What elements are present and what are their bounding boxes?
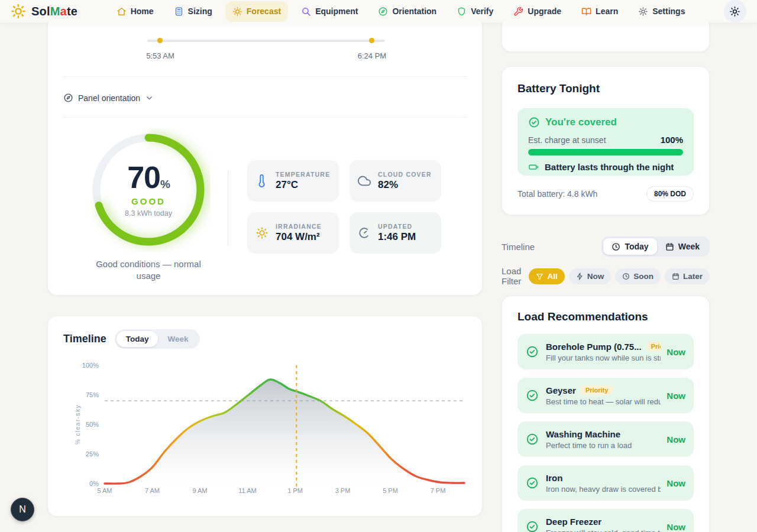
nav-item-orientation[interactable]: Orientation [371, 1, 444, 22]
priority-badge: Priority [646, 342, 661, 351]
nav-label: Settings [652, 7, 685, 16]
y-tick: 25% [86, 450, 99, 458]
check-circle-icon [526, 345, 539, 358]
panel-orientation-label: Panel orientation [78, 93, 140, 103]
stat-label: IRRADIANCE [276, 223, 322, 230]
calendar-icon [672, 273, 680, 280]
timeline-card: Timeline Today Week % clear-sky 100% [47, 316, 483, 517]
chevron-down-icon [145, 93, 154, 102]
load-filter-row: Load Filter All Now Soon Later [502, 267, 710, 286]
stat-value: 82% [378, 179, 432, 191]
gauge-center: 70% GOOD 8.3 kWh today [86, 128, 211, 252]
nav-item-forecast[interactable]: Forecast [225, 1, 288, 22]
stat-temperature: TEMPERATURE27°C [247, 160, 339, 202]
x-tick: 5 PM [383, 487, 398, 494]
check-circle-icon [528, 116, 540, 128]
panel-orientation-toggle[interactable]: Panel orientation [63, 93, 154, 103]
clear-sky-chart: % clear-sky 100% 75% 50% 25% 0% 5 AM 7 A… [62, 355, 469, 504]
tab-week[interactable]: Week [657, 238, 708, 255]
check-circle-icon [526, 433, 539, 446]
battery-note: Battery lasts through the night [545, 162, 674, 172]
gauge-icon [358, 226, 371, 239]
nav-item-sizing[interactable]: Sizing [167, 1, 219, 22]
chart-y-axis-title: % clear-sky [75, 404, 81, 445]
calendar-icon [665, 242, 674, 251]
nav-item-learn[interactable]: Learn [574, 1, 625, 22]
filter-all[interactable]: All [529, 268, 564, 284]
x-tick: 5 AM [97, 487, 112, 494]
battery-status-text: You're covered [545, 116, 617, 128]
tab-today[interactable]: Today [117, 331, 158, 347]
nav-item-home[interactable]: Home [109, 1, 161, 22]
sunrise-time: 5:53 AM [128, 51, 193, 60]
priority-badge: Priority [581, 385, 613, 395]
nav-label: Home [131, 7, 154, 16]
nav-label: Learn [596, 7, 618, 16]
battery-total: Total battery: 4.8 kWh [517, 189, 597, 199]
stat-cloud-cover: CLOUD COVER82% [350, 160, 441, 202]
sunset-time: 6:24 PM [339, 51, 405, 60]
sunset-dot [369, 38, 374, 43]
filter-later[interactable]: Later [665, 268, 710, 284]
filter-soon[interactable]: Soon [615, 268, 661, 284]
right-timeline-tabs: Today Week [601, 236, 710, 257]
load-item-borehole-pump[interactable]: Borehole Pump (0.75...Priority Fill your… [517, 334, 694, 369]
x-tick: 3 PM [335, 487, 351, 494]
gauge-value: 70% [127, 162, 170, 193]
filter-now[interactable]: Now [569, 268, 612, 284]
nav-label: Orientation [392, 7, 436, 16]
compass-icon [63, 93, 73, 103]
load-item-deep-freezer[interactable]: Deep Freezer Freezer will stay cold, goo… [517, 509, 694, 532]
x-tick: 1 PM [287, 487, 303, 494]
gauge-caption: Good conditions — normal usage [89, 258, 208, 283]
forecast-card: 5:53 AM 6:24 PM Panel orientation 70% GO… [47, 0, 483, 296]
tab-week[interactable]: Week [158, 331, 198, 347]
battery-tonight-card: Battery Tonight You're covered Est. char… [502, 66, 710, 215]
funnel-icon [536, 273, 544, 280]
gauge-energy: 8.3 kWh today [125, 209, 172, 218]
load-item-geyser[interactable]: GeyserPriority Best time to heat — solar… [517, 378, 694, 413]
nav-item-settings[interactable]: Settings [631, 1, 692, 22]
search-icon [301, 7, 311, 17]
nav-item-equipment[interactable]: Equipment [294, 1, 365, 22]
stat-value: 704 W/m² [276, 231, 322, 243]
divider [228, 171, 228, 246]
stat-irradiance: IRRADIANCE704 W/m² [247, 212, 339, 254]
load-item-washing-machine[interactable]: Washing Machine Perfect time to run a lo… [517, 421, 694, 457]
shield-icon [457, 7, 467, 17]
dev-overlay-button[interactable]: N [11, 498, 34, 521]
nav-item-verify[interactable]: Verify [449, 1, 500, 22]
y-tick: 50% [86, 421, 99, 428]
clock-icon [612, 242, 620, 251]
y-tick: 100% [82, 362, 99, 369]
daylight-track: 5:53 AM 6:24 PM [147, 40, 385, 42]
brand-logo[interactable]: SolMate [11, 4, 77, 19]
stat-value: 27°C [276, 179, 330, 191]
tab-today[interactable]: Today [603, 238, 656, 255]
cloud-icon [358, 174, 371, 187]
home-icon [117, 7, 127, 17]
charge-progress-bar [528, 149, 683, 155]
timeline-title: Timeline [63, 333, 106, 345]
y-tick: 75% [86, 391, 99, 398]
sun-icon [729, 6, 740, 17]
brand-name: SolMate [31, 5, 77, 18]
nav-label: Equipment [315, 7, 358, 16]
battery-icon [528, 161, 539, 173]
stat-label: UPDATED [378, 223, 416, 230]
load-item-iron[interactable]: Iron Iron now, heavy draw is covered b..… [517, 465, 694, 501]
right-timeline-row: Timeline Today Week [502, 236, 710, 257]
wrench-icon [513, 7, 523, 17]
nav-item-upgrade[interactable]: Upgrade [506, 1, 568, 22]
check-circle-icon [526, 389, 539, 402]
divider [63, 76, 467, 77]
divider [63, 117, 467, 118]
theme-toggle-button[interactable] [724, 0, 746, 22]
stat-value: 1:46 PM [378, 231, 416, 243]
now-badge: Now [667, 522, 685, 532]
stat-label: TEMPERATURE [276, 171, 330, 178]
nav-label: Sizing [188, 7, 212, 16]
now-badge: Now [667, 478, 685, 488]
x-tick: 11 AM [238, 487, 256, 494]
check-circle-icon [526, 520, 539, 532]
